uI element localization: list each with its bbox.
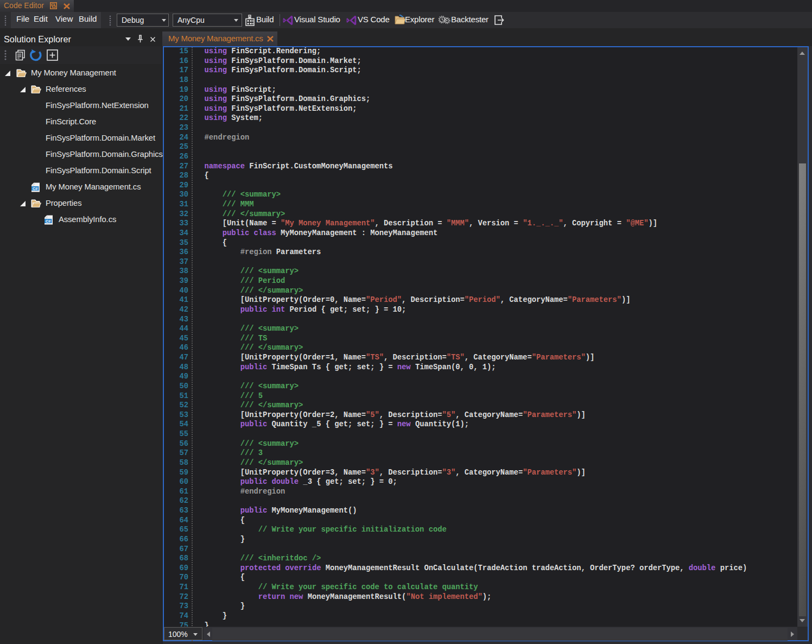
svg-text:C#: C# xyxy=(33,186,37,191)
svg-text:C#: C# xyxy=(46,219,50,224)
